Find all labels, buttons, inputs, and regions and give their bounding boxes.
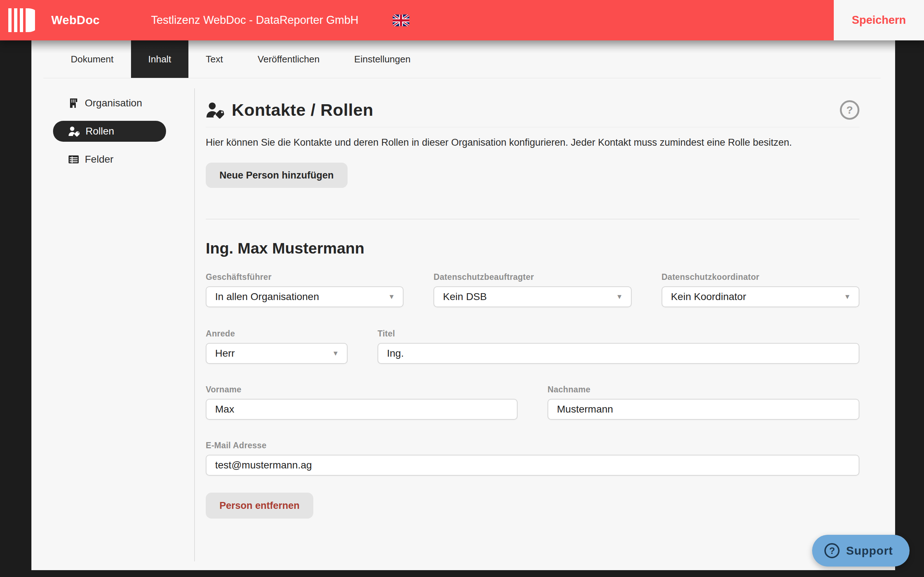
sidebar-item-rollen[interactable]: Rollen (53, 121, 166, 142)
language-flag-uk-icon[interactable] (393, 15, 409, 26)
save-button[interactable]: Speichern (834, 0, 924, 40)
selected-value: In allen Organisationen (215, 291, 319, 303)
geschaeftsfuehrer-select[interactable]: In allen Organisationen ▼ (206, 286, 404, 307)
chevron-down-icon: ▼ (332, 350, 339, 357)
field-label: E-Mail Adresse (206, 441, 859, 450)
app-title: WebDoc (51, 13, 100, 27)
tab-veroeffentlichen[interactable]: Veröffentlichen (241, 40, 337, 78)
field-label: Geschäftsführer (206, 272, 404, 282)
tab-inhalt[interactable]: Inhalt (131, 40, 189, 78)
support-button[interactable]: ? Support (812, 535, 909, 567)
support-label: Support (846, 544, 893, 558)
content-sidebar: Organisation Rollen (31, 78, 195, 570)
person-tag-icon (68, 126, 80, 137)
email-input[interactable] (206, 455, 859, 475)
chevron-down-icon: ▼ (616, 293, 623, 301)
sidebar-item-organisation[interactable]: Organisation (53, 93, 195, 114)
divider (206, 127, 859, 127)
sidebar-item-label: Rollen (86, 126, 114, 137)
field-label: Nachname (548, 385, 859, 395)
help-icon[interactable]: ? (840, 100, 859, 120)
field-geschaeftsfuehrer: Geschäftsführer In allen Organisationen … (206, 272, 404, 307)
tab-dokument[interactable]: Dokument (53, 40, 131, 78)
field-label: Titel (378, 329, 859, 338)
field-label: Anrede (206, 329, 347, 338)
person-tag-icon (206, 102, 225, 119)
field-label: Datenschutzkoordinator (662, 272, 859, 282)
anrede-select[interactable]: Herr ▼ (206, 343, 347, 364)
question-mark-icon: ? (824, 543, 840, 558)
license-title: Testlizenz WebDoc - DataReporter GmbH (151, 14, 359, 27)
field-titel: Titel (378, 329, 859, 364)
tab-text[interactable]: Text (188, 40, 241, 78)
table-icon (68, 154, 79, 165)
field-nachname: Nachname (548, 385, 859, 420)
field-datenschutzbeauftragter: Datenschutzbeauftragter Kein DSB ▼ (433, 272, 631, 307)
app-header: WebDoc Testlizenz WebDoc - DataReporter … (0, 0, 924, 40)
divider (206, 219, 859, 219)
building-icon (68, 98, 79, 108)
selected-value: Kein DSB (443, 291, 486, 303)
section-description: Hier können Sie die Kontakte und deren R… (206, 136, 859, 149)
person-name-heading: Ing. Max Mustermann (206, 239, 859, 257)
field-label: Datenschutzbeauftragter (433, 272, 631, 282)
field-vorname: Vorname (206, 385, 518, 420)
field-anrede: Anrede Herr ▼ (206, 329, 347, 364)
tab-einstellungen[interactable]: Einstellungen (337, 40, 428, 78)
field-label: Vorname (206, 385, 518, 395)
field-email: E-Mail Adresse (206, 441, 859, 475)
titel-input[interactable] (378, 343, 859, 364)
remove-person-button[interactable]: Person entfernen (206, 493, 313, 519)
sidebar-item-felder[interactable]: Felder (53, 149, 195, 170)
vorname-input[interactable] (206, 399, 518, 420)
main-content: Kontakte / Rollen ? Hier können Sie die … (195, 78, 895, 570)
document-panel: Dokument Inhalt Text Veröffentlichen Ein… (31, 40, 895, 570)
sidebar-item-label: Felder (85, 154, 113, 165)
field-datenschutzkoordinator: Datenschutzkoordinator Kein Koordinator … (662, 272, 859, 307)
selected-value: Herr (215, 348, 234, 359)
chevron-down-icon: ▼ (844, 293, 851, 301)
chevron-down-icon: ▼ (388, 293, 395, 301)
page-title: Kontakte / Rollen (232, 100, 373, 120)
selected-value: Kein Koordinator (671, 291, 746, 303)
datareporter-logo-icon (8, 8, 35, 32)
datenschutzbeauftragter-select[interactable]: Kein DSB ▼ (433, 286, 631, 307)
add-person-button[interactable]: Neue Person hinzufügen (206, 163, 347, 188)
tab-bar: Dokument Inhalt Text Veröffentlichen Ein… (43, 40, 881, 78)
datenschutzkoordinator-select[interactable]: Kein Koordinator ▼ (662, 286, 859, 307)
sidebar-item-label: Organisation (85, 97, 142, 109)
nachname-input[interactable] (548, 399, 859, 420)
